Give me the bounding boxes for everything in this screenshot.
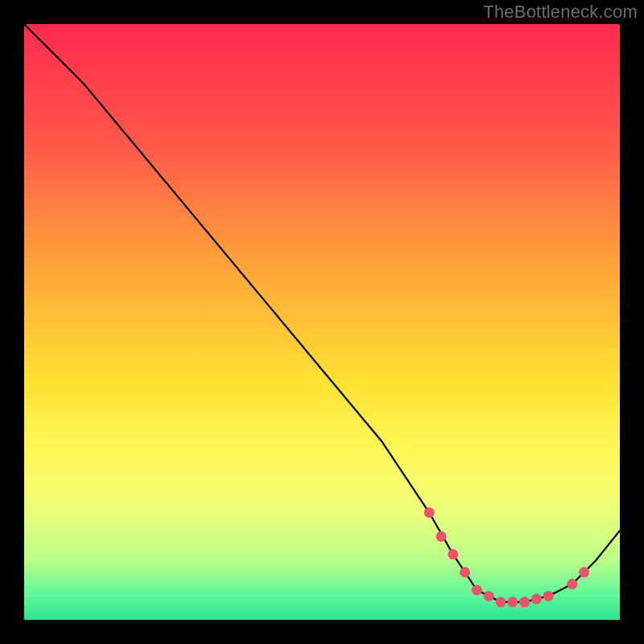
chart-frame: TheBottleneck.com (0, 0, 644, 644)
watermark-text: TheBottleneck.com (483, 2, 638, 23)
highlight-dot (579, 567, 589, 577)
highlight-dot (531, 594, 542, 605)
highlight-dot (496, 597, 506, 607)
plot-background (24, 24, 620, 620)
highlight-dot (567, 579, 577, 589)
bottleneck-chart (0, 0, 644, 644)
highlight-dot (507, 597, 518, 607)
highlight-dot (436, 531, 447, 542)
highlight-dot (484, 591, 494, 601)
highlight-dot (424, 507, 435, 518)
highlight-dot (448, 549, 458, 559)
highlight-dot (543, 591, 554, 601)
highlight-dot (472, 585, 482, 596)
highlight-dot (460, 567, 470, 577)
highlight-dot (519, 597, 530, 607)
